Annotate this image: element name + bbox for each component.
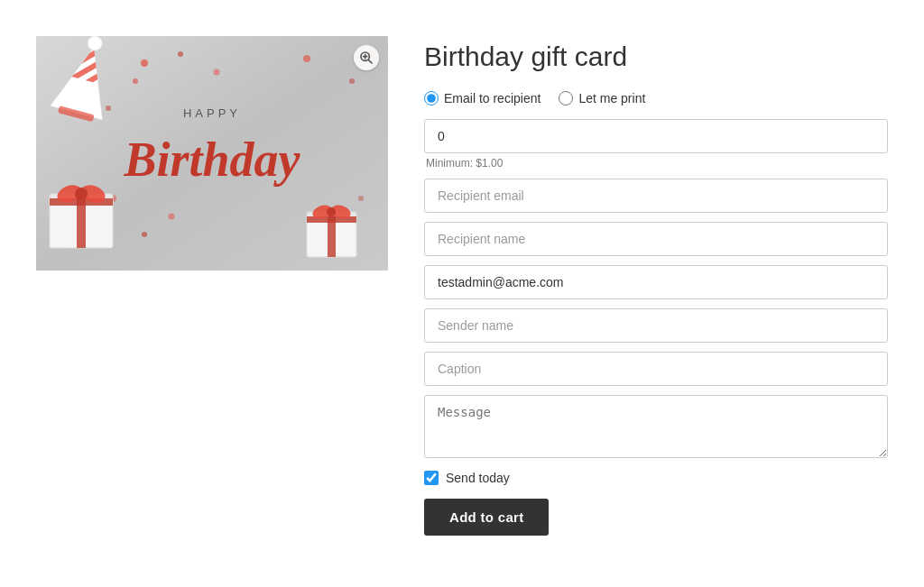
svg-point-28 bbox=[75, 188, 88, 200]
recipient-name-group bbox=[424, 222, 888, 256]
svg-point-10 bbox=[106, 105, 111, 111]
svg-point-19 bbox=[358, 196, 364, 201]
amount-input[interactable] bbox=[424, 119, 888, 153]
svg-line-37 bbox=[368, 60, 372, 63]
svg-point-7 bbox=[141, 60, 148, 67]
delivery-options: Email to recipient Let me print bbox=[424, 91, 888, 105]
svg-point-14 bbox=[133, 78, 138, 84]
svg-rect-32 bbox=[307, 216, 356, 223]
sender-email-group bbox=[424, 265, 888, 299]
send-today-label[interactable]: Send today bbox=[446, 471, 510, 485]
page-container: HAPPY Birthday bbox=[27, 18, 897, 554]
email-option-label[interactable]: Email to recipient bbox=[424, 91, 541, 105]
minimum-text: Minimum: $1.00 bbox=[424, 157, 888, 170]
svg-point-11 bbox=[303, 55, 310, 62]
recipient-email-input[interactable] bbox=[424, 179, 888, 213]
recipient-name-input[interactable] bbox=[424, 222, 888, 256]
magnify-icon[interactable] bbox=[354, 45, 379, 70]
send-today-checkbox[interactable] bbox=[424, 471, 439, 485]
svg-point-12 bbox=[349, 78, 355, 84]
svg-text:Birthday: Birthday bbox=[123, 133, 300, 187]
print-radio[interactable] bbox=[559, 91, 573, 105]
message-group bbox=[424, 395, 888, 462]
svg-point-8 bbox=[178, 51, 183, 57]
sender-name-input[interactable] bbox=[424, 308, 888, 343]
add-to-cart-button[interactable]: Add to cart bbox=[424, 499, 549, 536]
product-details-panel: Birthday gift card Email to recipient Le… bbox=[424, 36, 888, 536]
print-option-text: Let me print bbox=[578, 91, 645, 105]
caption-input[interactable] bbox=[424, 352, 888, 386]
amount-group: Minimum: $1.00 bbox=[424, 119, 888, 170]
svg-point-17 bbox=[169, 214, 175, 220]
product-title: Birthday gift card bbox=[424, 41, 888, 73]
product-image: HAPPY Birthday bbox=[36, 36, 388, 271]
sender-name-group bbox=[424, 308, 888, 343]
svg-point-16 bbox=[142, 232, 147, 237]
sender-email-input[interactable] bbox=[424, 265, 888, 299]
product-image-panel: HAPPY Birthday bbox=[36, 36, 388, 536]
message-textarea[interactable] bbox=[424, 395, 888, 458]
send-today-row: Send today bbox=[424, 471, 888, 485]
svg-point-9 bbox=[214, 69, 220, 76]
print-option-label[interactable]: Let me print bbox=[559, 91, 645, 105]
svg-text:HAPPY: HAPPY bbox=[183, 106, 241, 120]
caption-group bbox=[424, 352, 888, 386]
svg-point-35 bbox=[327, 207, 336, 216]
birthday-card-svg: HAPPY Birthday bbox=[36, 36, 388, 271]
recipient-email-group bbox=[424, 179, 888, 213]
email-radio[interactable] bbox=[424, 91, 439, 105]
email-option-text: Email to recipient bbox=[444, 91, 541, 105]
